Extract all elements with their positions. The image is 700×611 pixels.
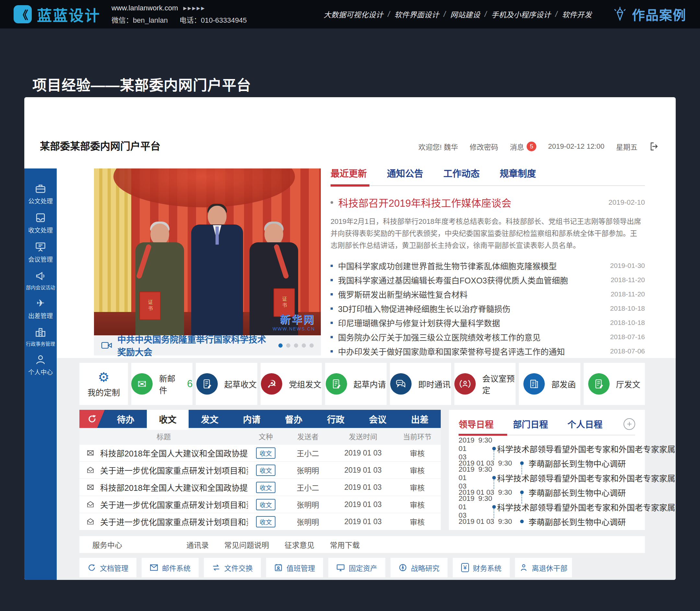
lanlan-logo-icon[interactable]: 《 — [14, 5, 32, 23]
schedule-text: 李萌副部长到生物中心调研 — [528, 458, 626, 469]
news-item[interactable]: 国务院办公厅关于加强三级公立医院绩效考核工作的意见 2018-07-16 — [331, 330, 645, 344]
news-item[interactable]: 俄罗斯研发出新型纳米磁性复合材料 2018-11-20 — [331, 287, 645, 301]
tab-work-news[interactable]: 工作动态 — [443, 166, 480, 179]
sidebar: 公文处理 收文处理 会议管理 部内会议活动 ✈ — [24, 168, 57, 580]
app-duty-management[interactable]: 值班管理 — [266, 558, 323, 577]
meeting-icon — [454, 373, 476, 394]
news-item[interactable]: 中国科学家成功创建世界首批生物节律紊乱体细胞克隆猴模型 2019-01-30 — [331, 258, 645, 273]
tab-meeting[interactable]: 会议 — [357, 410, 399, 428]
carousel-caption[interactable]: 中共中央国务院隆重举行国家科学技术奖励大会 — [117, 333, 273, 358]
nav-item-mobile[interactable]: 手机及小程序设计 — [491, 9, 551, 20]
row-title: 关于进一步优化国家重点研发计划项目和资金管理的通知 — [100, 464, 248, 476]
add-schedule-button[interactable]: + — [624, 418, 635, 430]
tab-dept-schedule[interactable]: 部门日程 — [513, 418, 548, 430]
tab-internal[interactable]: 内请 — [231, 410, 273, 428]
action-draft-received[interactable]: 起草收文 — [196, 363, 257, 405]
link-feedback[interactable]: 征求意见 — [285, 539, 315, 550]
app-finance-system[interactable]: ¥ 财务系统 — [453, 558, 510, 577]
news-item[interactable]: 我国科学家通过基因编辑长寿蛋白FOXO3获得优质人类血管细胞 2018-11-2… — [331, 273, 645, 287]
logout-icon[interactable] — [649, 141, 659, 151]
link-service-center[interactable]: 服务中心 — [92, 539, 122, 550]
app-label: 离退休干部 — [532, 562, 567, 573]
action-my-customization[interactable]: ⚙ 我的定制 — [79, 363, 128, 405]
portfolio-button[interactable]: 作品案例 — [613, 5, 686, 24]
table-row[interactable]: 科技部2018年全国人大建议和全国政协提案办理情况 收文 王小二 2019 01… — [79, 444, 441, 461]
carousel-dot[interactable] — [278, 343, 282, 348]
logo-glyph: 《 — [17, 6, 28, 23]
nav-item-dev[interactable]: 软件开发 — [562, 9, 592, 20]
nav-item-bigdata[interactable]: 大数据可视化设计 — [323, 9, 383, 20]
carousel-dot[interactable] — [294, 343, 298, 348]
tab-personal-schedule[interactable]: 个人日程 — [567, 418, 602, 430]
action-new-mail[interactable]: ✉ 新邮件 6 — [131, 363, 192, 405]
link-contacts[interactable]: 通讯录 — [186, 539, 209, 550]
tab-notices[interactable]: 通知公告 — [387, 166, 423, 179]
tab-supervision[interactable]: 督办 — [273, 410, 315, 428]
exchange-icon — [212, 563, 220, 572]
refresh-button[interactable] — [79, 410, 105, 428]
carousel-dot[interactable] — [309, 343, 314, 348]
messages-link[interactable]: 消息 5 — [510, 141, 536, 152]
mail-icon: ✉ — [131, 373, 152, 394]
nav-item-ui[interactable]: 软件界面设计 — [394, 9, 439, 20]
sidebar-item-official-docs[interactable]: 公文处理 — [24, 183, 57, 205]
table-row[interactable]: 关于进一步优化国家重点研发计划项目和资金管理的通知 收文 张明明 2019 01… — [79, 461, 441, 478]
action-draft-internal[interactable]: 起草内请 — [325, 363, 386, 405]
carousel-dot[interactable] — [286, 343, 290, 348]
featured-news[interactable]: 科技部召开2019年科技工作媒体座谈会 2019-02-10 — [331, 195, 645, 210]
carousel-dot[interactable] — [302, 343, 306, 348]
change-password-link[interactable]: 修改密码 — [470, 141, 498, 152]
carousel-photo[interactable]: 证书 证书 新华网 WWW.NEW — [94, 168, 321, 335]
action-meeting-room-booking[interactable]: 会议室预定 — [454, 363, 515, 405]
app-label: 文档管理 — [100, 562, 128, 573]
tab-trip[interactable]: 出差 — [398, 410, 441, 428]
plane-icon: ✈ — [36, 297, 44, 309]
sidebar-item-admin-affairs[interactable]: 行政事务管理 — [24, 327, 57, 347]
schedule-item[interactable]: 2019 01 039:30 科学技术部领导看望外国老专家和外国老专家家属 — [458, 500, 635, 514]
logo-text[interactable]: 蓝蓝设计 — [37, 3, 100, 25]
schedule-item[interactable]: 2019 01 039:30 科学技术部领导看望外国老专家和外国老专家家属 — [458, 441, 635, 456]
link-downloads[interactable]: 常用下载 — [330, 539, 360, 550]
sidebar-item-received-docs[interactable]: 收文处理 — [24, 212, 57, 234]
app-fixed-assets[interactable]: 固定资产 — [328, 558, 385, 577]
sidebar-item-dept-activities[interactable]: 部内会议活动 — [24, 270, 57, 290]
table-row[interactable]: 关于进一步优化国家重点研发计划项目和资金管理的通知 收文 张明明 2019 01… — [79, 496, 441, 513]
tab-recent-updates[interactable]: 最近更新 — [331, 166, 367, 179]
action-party-issue[interactable]: ☭ 党组发文 — [261, 363, 322, 405]
tab-regulations[interactable]: 规章制度 — [500, 166, 536, 179]
building-icon — [35, 327, 46, 338]
row-step: 审核 — [394, 516, 441, 527]
tab-admin[interactable]: 行政 — [315, 410, 357, 428]
sidebar-item-personal-center[interactable]: 个人中心 — [24, 354, 57, 376]
schedule-item[interactable]: 2019 01 039:30 科学技术部领导看望外国老专家和外国老专家家属 — [458, 471, 635, 485]
app-doc-management[interactable]: 文档管理 — [79, 558, 136, 577]
action-office-issue[interactable]: 厅发文 — [584, 363, 645, 405]
tab-received[interactable]: 收文 — [147, 410, 189, 428]
app-label: 财务系统 — [473, 562, 501, 573]
news-item[interactable]: 印尼珊瑚礁保护与修复计划获得大量科学数据 2018-10-18 — [331, 315, 645, 330]
site-url[interactable]: www.lanlanwork.com — [112, 4, 178, 12]
app-mail-system[interactable]: 邮件系统 — [142, 558, 199, 577]
tab-leader-schedule[interactable]: 领导日程 — [458, 418, 494, 430]
app-strategy-research[interactable]: 战略研究 — [391, 558, 448, 577]
phone-label: 电话：010-63334945 — [179, 14, 247, 25]
nav-item-web[interactable]: 网站建设 — [450, 9, 480, 20]
news-item-title: 印尼珊瑚礁保护与修复计划获得大量科学数据 — [338, 317, 500, 328]
app-file-exchange[interactable]: 文件交换 — [204, 558, 261, 577]
sidebar-item-meetings[interactable]: 会议管理 — [24, 241, 57, 263]
row-sender: 王小二 — [283, 447, 332, 458]
app-retired-cadres[interactable]: 离退休干部 — [515, 558, 572, 577]
certificate-label: 证书 — [147, 300, 154, 312]
link-faq[interactable]: 常见问题说明 — [224, 539, 269, 550]
action-ministry-letter[interactable]: 部发函 — [519, 363, 580, 405]
tab-issued[interactable]: 发文 — [189, 410, 231, 428]
table-row[interactable]: 关于进一步优化国家重点研发计划项目和资金管理的通知 收文 张明明 2019 01… — [79, 513, 441, 530]
table-row[interactable]: 科技部2018年全国人大建议和全国政协提案办理情况 收文 王小二 2019 01… — [79, 478, 441, 496]
news-list: 中国科学家成功创建世界首批生物节律紊乱体细胞克隆猴模型 2019-01-30 我… — [331, 258, 645, 358]
portal-screenshot-card: 某部委某部委内网门户平台 欢迎您! 魏华 修改密码 消息 5 2019-02-1… — [24, 97, 676, 580]
news-item[interactable]: 3D打印植入物促进神经细胞生长以治疗脊髓损伤 2018-10-18 — [331, 301, 645, 315]
action-instant-messaging[interactable]: 即时通讯 — [390, 363, 451, 405]
news-item[interactable]: 中办印发关于做好国家勋章和国家荣誉称号提名评选工作的通知 2018-07-06 — [331, 344, 645, 358]
sidebar-item-business-trips[interactable]: ✈ 出差管理 — [24, 297, 57, 320]
tab-todo[interactable]: 待办 — [105, 410, 147, 428]
